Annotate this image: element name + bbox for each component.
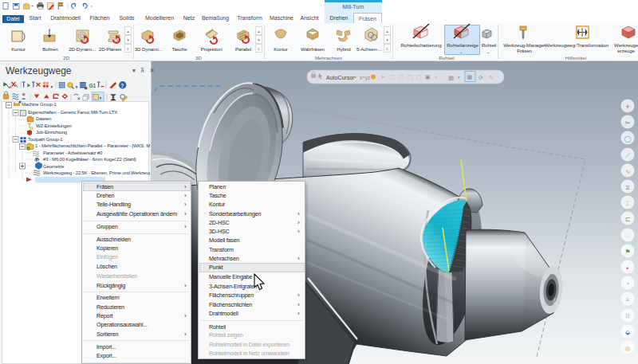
- svg-text:⧖: ⧖: [625, 184, 630, 191]
- svg-text:▣: ▣: [425, 74, 431, 80]
- svg-text:⟋: ⟋: [625, 152, 630, 159]
- svg-text:+: +: [625, 103, 629, 111]
- svg-text:➤: ➤: [380, 74, 385, 80]
- svg-text:⬙: ⬙: [625, 329, 631, 336]
- svg-text:▢: ▢: [399, 74, 404, 80]
- svg-text:◎: ◎: [625, 345, 631, 352]
- svg-text:✂: ✂: [625, 119, 631, 127]
- svg-text:⊏: ⊏: [625, 216, 631, 223]
- svg-text:⚑: ⚑: [624, 249, 630, 256]
- svg-text:?: ?: [120, 83, 124, 88]
- svg-text:▢: ▢: [416, 74, 422, 80]
- svg-text:≡: ≡: [626, 296, 630, 303]
- svg-text:◔: ◔: [626, 280, 630, 288]
- svg-text:▩: ▩: [467, 74, 473, 80]
- svg-text:x⁺yz: x⁺yz: [360, 75, 370, 81]
- svg-text:⟳: ⟳: [478, 75, 483, 80]
- svg-text:▾: ▾: [50, 84, 53, 89]
- svg-text:⠿: ⠿: [625, 313, 630, 320]
- svg-text:AutoCursor: AutoCursor: [326, 75, 355, 80]
- svg-text:G1: G1: [89, 83, 96, 88]
- svg-text:▾: ▾: [76, 84, 78, 89]
- svg-text:▾: ▾: [458, 75, 460, 80]
- svg-text:▢: ▢: [408, 74, 413, 80]
- svg-text:▦: ▦: [448, 74, 454, 81]
- svg-text:⌶: ⌶: [626, 200, 630, 207]
- svg-text:∿: ∿: [625, 168, 631, 175]
- svg-text:▢: ▢: [390, 74, 396, 80]
- svg-text:▾: ▾: [354, 75, 356, 80]
- svg-text:▾: ▾: [100, 96, 102, 100]
- svg-text:▪: ▪: [627, 264, 629, 272]
- svg-text:▫: ▫: [627, 233, 629, 240]
- svg-text:✎: ✎: [489, 75, 494, 80]
- svg-text:◯: ◯: [624, 135, 632, 143]
- svg-text:▾: ▾: [435, 75, 437, 80]
